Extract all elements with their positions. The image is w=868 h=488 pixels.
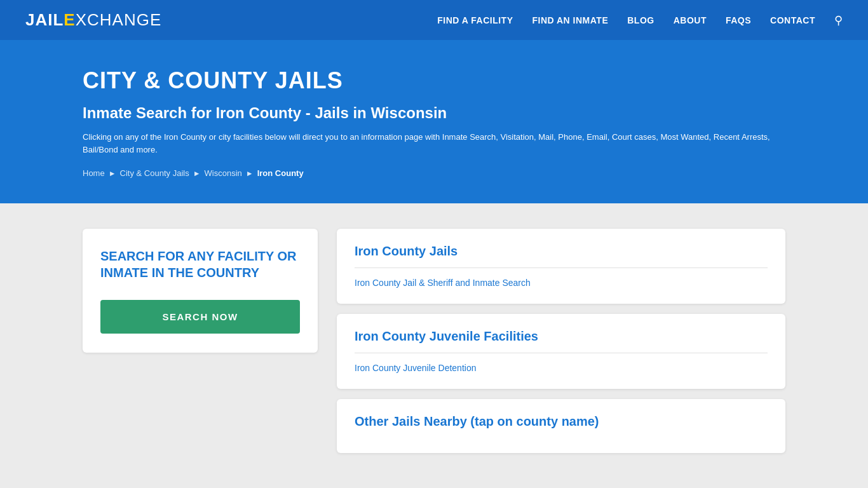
search-card: SEARCH FOR ANY FACILITY OR INMATE IN THE… bbox=[83, 229, 318, 353]
nav-about[interactable]: ABOUT bbox=[674, 15, 707, 25]
facility-card-nearby-title[interactable]: Other Jails Nearby (tap on county name) bbox=[355, 414, 768, 429]
iron-county-juvenile-link[interactable]: Iron County Juvenile Detention bbox=[355, 363, 476, 373]
page-title: CITY & COUNTY JAILS bbox=[83, 67, 785, 94]
nav-faqs[interactable]: FAQs bbox=[726, 15, 751, 25]
hero-description: Clicking on any of the Iron County or ci… bbox=[83, 131, 782, 156]
facility-card-juvenile-title[interactable]: Iron County Juvenile Facilities bbox=[355, 329, 768, 344]
breadcrumb-city-county-jails[interactable]: City & County Jails bbox=[120, 168, 189, 178]
breadcrumb-chevron-3: ► bbox=[246, 169, 254, 178]
nav-blog[interactable]: BLOG bbox=[627, 15, 654, 25]
site-header: JAILEXCHANGE FIND A FACILITY FIND AN INM… bbox=[0, 0, 868, 42]
facility-card-jails-title[interactable]: Iron County Jails bbox=[355, 244, 768, 259]
nav-find-facility[interactable]: FIND A FACILITY bbox=[437, 15, 513, 25]
search-card-title: SEARCH FOR ANY FACILITY OR INMATE IN THE… bbox=[100, 248, 300, 281]
nav-find-inmate[interactable]: FIND AN INMATE bbox=[532, 15, 608, 25]
search-now-button[interactable]: SEARCH NOW bbox=[100, 300, 300, 334]
search-icon[interactable]: ⚲ bbox=[834, 13, 843, 27]
left-panel: SEARCH FOR ANY FACILITY OR INMATE IN THE… bbox=[83, 229, 318, 488]
hero-section: CITY & COUNTY JAILS Inmate Search for Ir… bbox=[0, 42, 868, 203]
nav-contact[interactable]: CONTACT bbox=[770, 15, 815, 25]
iron-county-jail-link[interactable]: Iron County Jail & Sheriff and Inmate Se… bbox=[355, 278, 531, 288]
breadcrumb-chevron-2: ► bbox=[193, 169, 201, 178]
facility-card-juvenile: Iron County Juvenile Facilities Iron Cou… bbox=[337, 314, 785, 389]
breadcrumb-iron-county: Iron County bbox=[257, 168, 304, 178]
logo-xchange-text: XCHANGE bbox=[76, 10, 162, 30]
site-logo[interactable]: JAILEXCHANGE bbox=[25, 10, 161, 30]
right-panel: Iron County Jails Iron County Jail & She… bbox=[337, 229, 785, 488]
breadcrumb-chevron-1: ► bbox=[109, 169, 116, 178]
logo-x-letter: E bbox=[64, 10, 75, 30]
breadcrumb-wisconsin[interactable]: Wisconsin bbox=[205, 168, 242, 178]
breadcrumb-home[interactable]: Home bbox=[83, 168, 105, 178]
facility-divider-1 bbox=[355, 268, 768, 268]
page-subtitle: Inmate Search for Iron County - Jails in… bbox=[83, 104, 785, 122]
logo-jail-text: JAIL bbox=[25, 10, 64, 30]
facility-card-jails: Iron County Jails Iron County Jail & She… bbox=[337, 229, 785, 304]
breadcrumb: Home ► City & County Jails ► Wisconsin ►… bbox=[83, 168, 785, 184]
facility-card-nearby: Other Jails Nearby (tap on county name) bbox=[337, 399, 785, 453]
main-content: SEARCH FOR ANY FACILITY OR INMATE IN THE… bbox=[0, 203, 868, 488]
facility-divider-2 bbox=[355, 353, 768, 353]
main-nav: FIND A FACILITY FIND AN INMATE BLOG ABOU… bbox=[437, 13, 843, 27]
